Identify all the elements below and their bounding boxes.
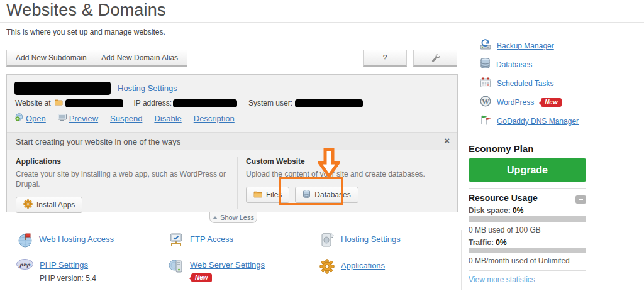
applications-link[interactable]: Applications bbox=[341, 261, 385, 270]
flags-icon bbox=[480, 114, 491, 128]
redacted-website-path bbox=[65, 99, 123, 107]
sidebar-item-backup-manager: Backup Manager bbox=[480, 39, 554, 53]
php-icon: php bbox=[16, 259, 33, 272]
open-link[interactable]: Open bbox=[26, 114, 46, 123]
backup-manager-link[interactable]: Backup Manager bbox=[497, 41, 554, 50]
quick-link-hosting-settings: Hosting Settings bbox=[319, 233, 401, 250]
help-button[interactable]: ? bbox=[363, 50, 407, 67]
databases-button[interactable]: Databases bbox=[295, 187, 358, 203]
redacted-ip-address bbox=[173, 99, 237, 107]
website-at-label: Website at bbox=[15, 99, 50, 107]
globe-flag-icon bbox=[18, 233, 33, 250]
disable-link[interactable]: Disable bbox=[154, 114, 181, 123]
calendar-icon bbox=[480, 77, 491, 90]
domain-panel: Hosting Settings Website at IP address: … bbox=[6, 74, 458, 212]
description-link[interactable]: Description bbox=[194, 114, 235, 123]
custom-website-heading: Custom Website bbox=[246, 157, 453, 166]
disk-space-value: 0% bbox=[513, 206, 523, 215]
plan-name: Economy Plan bbox=[469, 143, 533, 154]
section-divider bbox=[237, 157, 238, 209]
traffic-value: 0% bbox=[496, 238, 506, 247]
backup-icon bbox=[480, 39, 491, 53]
redacted-domain-name bbox=[14, 82, 111, 95]
wrench-icon bbox=[431, 56, 440, 65]
quick-link-php-settings: php PHP Settings PHP version: 5.4 bbox=[16, 259, 96, 283]
quick-link-ftp-access: FTP Access bbox=[169, 233, 233, 250]
collapse-minus-icon[interactable] bbox=[575, 195, 586, 204]
godaddy-dns-manager-link[interactable]: GoDaddy DNS Manager bbox=[497, 117, 579, 126]
sidebar-divider bbox=[469, 270, 586, 271]
title-divider bbox=[0, 22, 644, 23]
preview-icon bbox=[58, 114, 67, 123]
files-label: Files bbox=[266, 190, 282, 199]
sidebar-item-wordpress: W WordPress New bbox=[480, 96, 562, 109]
svg-text:php: php bbox=[19, 262, 31, 268]
install-apps-button[interactable]: Install Apps bbox=[16, 197, 82, 213]
suspend-link[interactable]: Suspend bbox=[110, 114, 142, 123]
ip-address-label: IP address: bbox=[133, 99, 171, 107]
domain-info-row: Website at IP address: System user: bbox=[15, 99, 363, 107]
quick-link-web-server-settings: Web Server Settings New bbox=[169, 259, 265, 282]
show-less-tab[interactable]: Show Less bbox=[209, 212, 257, 223]
php-version-text: PHP version: 5.4 bbox=[40, 274, 96, 283]
upgrade-button[interactable]: Upgrade bbox=[469, 158, 586, 182]
disk-space-label: Disk space: 0% bbox=[469, 206, 523, 215]
new-badge: New bbox=[191, 273, 212, 282]
globe-icon bbox=[15, 113, 23, 123]
scheduled-tasks-link[interactable]: Scheduled Tasks bbox=[497, 79, 554, 88]
folder-icon bbox=[55, 99, 63, 107]
quick-link-applications: Applications bbox=[319, 259, 385, 276]
custom-website-section: Custom Website Upload the content of you… bbox=[246, 157, 453, 203]
database-icon bbox=[480, 58, 491, 71]
traffic-label-text: Traffic: bbox=[469, 238, 494, 247]
show-less-label: Show Less bbox=[220, 214, 254, 221]
web-hosting-access-link[interactable]: Web Hosting Access bbox=[39, 234, 114, 244]
applications-section: Applications Create your site by install… bbox=[16, 157, 230, 213]
getting-started-bar: Start creating your website in one of th… bbox=[7, 132, 457, 150]
content-sidebar-divider bbox=[461, 230, 462, 290]
web-server-settings-link[interactable]: Web Server Settings bbox=[190, 260, 265, 270]
traffic-progress-bar bbox=[469, 248, 586, 253]
hosting-settings-link[interactable]: Hosting Settings bbox=[118, 84, 177, 93]
wordpress-link[interactable]: WordPress bbox=[497, 98, 534, 107]
svg-text:W: W bbox=[481, 98, 489, 105]
tools-button[interactable] bbox=[413, 50, 457, 67]
ftp-icon bbox=[169, 233, 184, 250]
add-new-domain-alias-button[interactable]: Add New Domain Alias bbox=[92, 50, 187, 67]
view-more-statistics-link[interactable]: View more statistics bbox=[469, 275, 535, 284]
files-button[interactable]: Files bbox=[246, 187, 289, 203]
scroll-icon bbox=[319, 233, 335, 250]
database-icon bbox=[303, 190, 311, 200]
wordpress-icon: W bbox=[480, 96, 491, 109]
server-icon bbox=[169, 259, 184, 276]
sidebar-item-godaddy-dns: GoDaddy DNS Manager bbox=[480, 114, 579, 128]
add-new-subdomain-button[interactable]: Add New Subdomain bbox=[6, 50, 96, 67]
disk-space-detail: 0 MB used of 100 GB bbox=[469, 226, 541, 234]
close-icon[interactable]: × bbox=[444, 135, 450, 146]
sidebar-item-databases: Databases bbox=[480, 58, 532, 71]
databases-link[interactable]: Databases bbox=[496, 60, 532, 69]
hosting-settings-quick-link[interactable]: Hosting Settings bbox=[341, 234, 401, 244]
gear-icon bbox=[319, 259, 335, 276]
preview-link[interactable]: Preview bbox=[69, 114, 98, 123]
traffic-label: Traffic: 0% bbox=[469, 238, 507, 247]
databases-label: Databases bbox=[314, 190, 350, 199]
redacted-system-user bbox=[295, 99, 363, 107]
collapse-caret-icon bbox=[213, 216, 218, 219]
disk-space-label-text: Disk space: bbox=[469, 206, 511, 215]
page-subtitle: This is where you set up and manage webs… bbox=[6, 28, 165, 36]
disk-space-progress-bar bbox=[469, 216, 586, 222]
ftp-access-link[interactable]: FTP Access bbox=[190, 234, 233, 244]
new-badge: New bbox=[541, 98, 562, 107]
traffic-detail: 0 MB/month used of Unlimited bbox=[469, 256, 570, 265]
system-user-label: System user: bbox=[248, 99, 292, 107]
domain-actions-row: Open Preview Suspend Disable Description bbox=[15, 113, 235, 123]
folder-icon bbox=[253, 190, 262, 200]
page-title: Websites & Domains bbox=[6, 1, 166, 20]
gear-icon bbox=[23, 199, 33, 211]
install-apps-label: Install Apps bbox=[36, 200, 75, 209]
custom-website-description: Upload the content of your site and crea… bbox=[246, 169, 453, 179]
resource-usage-heading: Resource Usage bbox=[469, 193, 538, 203]
applications-description: Create your site by installing a web app… bbox=[16, 169, 230, 189]
php-settings-link[interactable]: PHP Settings bbox=[40, 260, 88, 270]
